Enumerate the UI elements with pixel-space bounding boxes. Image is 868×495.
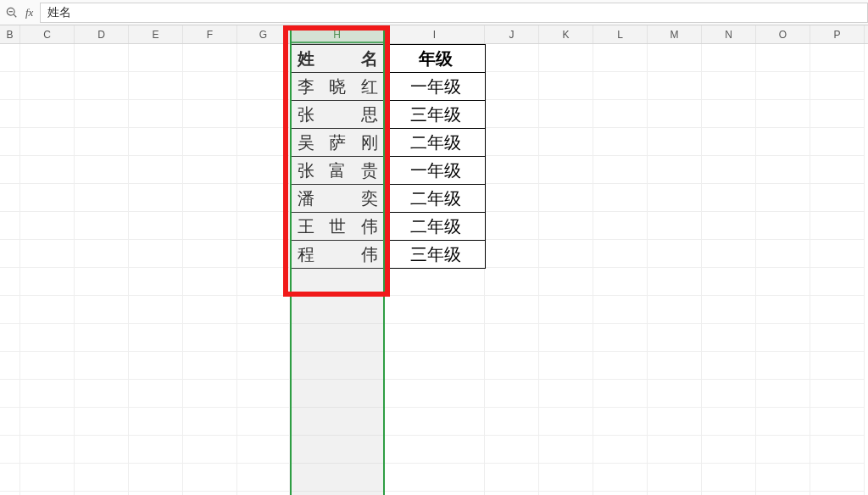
cell[interactable] [183,100,237,128]
cell[interactable] [485,72,539,100]
cell[interactable] [702,128,756,156]
cell[interactable] [756,184,810,212]
cell[interactable] [0,492,20,495]
cell[interactable] [756,464,810,492]
cell[interactable] [20,408,75,436]
cell[interactable] [129,128,183,156]
cell[interactable] [539,128,593,156]
cell[interactable] [20,184,75,212]
cell[interactable] [75,492,129,495]
cell[interactable] [539,268,593,296]
cell[interactable] [237,184,290,212]
cell[interactable] [129,380,183,408]
cell[interactable] [756,100,810,128]
cell[interactable] [20,380,75,408]
cell-grade[interactable]: 三年级 [386,101,486,129]
zoom-out-icon[interactable] [5,6,19,19]
cell[interactable] [702,156,756,184]
col-header-J[interactable]: J [485,25,539,43]
cell[interactable] [385,492,485,495]
cell[interactable] [237,100,290,128]
cell[interactable] [385,268,485,296]
cell[interactable] [237,436,290,464]
cell[interactable] [0,72,20,100]
cell[interactable] [648,268,702,296]
cell[interactable] [183,240,237,268]
header-name[interactable]: 姓 名 [291,45,386,73]
col-header-H[interactable]: H [290,25,385,43]
cell[interactable] [237,240,290,268]
cell[interactable] [810,212,865,240]
cell[interactable] [539,324,593,352]
cell[interactable] [0,156,20,184]
cell[interactable] [129,100,183,128]
cell[interactable] [593,240,648,268]
cell[interactable] [756,156,810,184]
cell[interactable] [810,100,865,128]
header-grade[interactable]: 年级 [386,45,486,73]
cell[interactable] [75,184,129,212]
cell[interactable] [702,100,756,128]
cell[interactable] [75,464,129,492]
cell[interactable] [593,296,648,324]
cell[interactable] [810,492,865,495]
cell[interactable] [237,380,290,408]
cell[interactable] [648,408,702,436]
cell[interactable] [183,268,237,296]
cell[interactable] [75,156,129,184]
cell[interactable] [20,324,75,352]
cell[interactable] [237,296,290,324]
cell[interactable] [290,492,385,495]
cell[interactable] [290,296,385,324]
cell[interactable] [648,380,702,408]
cell[interactable] [539,44,593,72]
cell[interactable] [593,212,648,240]
cell[interactable] [385,352,485,380]
cell[interactable] [593,100,648,128]
cell[interactable] [485,464,539,492]
cell[interactable] [237,212,290,240]
cell[interactable] [593,436,648,464]
cell[interactable] [237,128,290,156]
cell[interactable] [0,296,20,324]
cell[interactable] [129,464,183,492]
cell[interactable] [485,380,539,408]
cell[interactable] [539,436,593,464]
cell[interactable] [0,436,20,464]
cell[interactable] [20,240,75,268]
cell-name[interactable]: 吴 萨 刚 [291,129,386,157]
cell[interactable] [593,380,648,408]
cell[interactable] [648,184,702,212]
cell[interactable] [0,268,20,296]
cell[interactable] [183,44,237,72]
cell[interactable] [593,184,648,212]
cell[interactable] [20,44,75,72]
cell[interactable] [129,268,183,296]
cell[interactable] [237,464,290,492]
cell[interactable] [75,100,129,128]
cell[interactable] [702,380,756,408]
cell[interactable] [648,128,702,156]
cell[interactable] [485,436,539,464]
spreadsheet-area[interactable]: B C D E F G H I J K L M N O P 姓 名 年级 李 晓… [0,25,868,495]
col-header-G[interactable]: G [237,25,290,43]
cell[interactable] [0,128,20,156]
cell[interactable] [183,184,237,212]
cell-grade[interactable]: 二年级 [386,185,486,213]
cell[interactable] [75,296,129,324]
cell[interactable] [702,240,756,268]
cell[interactable] [75,380,129,408]
cell[interactable] [385,464,485,492]
cell[interactable] [75,240,129,268]
cell[interactable] [385,296,485,324]
cell[interactable] [485,212,539,240]
cell[interactable] [539,240,593,268]
cell[interactable] [593,492,648,495]
cell[interactable] [385,408,485,436]
cell[interactable] [485,128,539,156]
cell[interactable] [237,408,290,436]
cell[interactable] [539,156,593,184]
cell[interactable] [593,268,648,296]
cell[interactable] [702,436,756,464]
cell-name[interactable]: 潘 奕 [291,185,386,213]
